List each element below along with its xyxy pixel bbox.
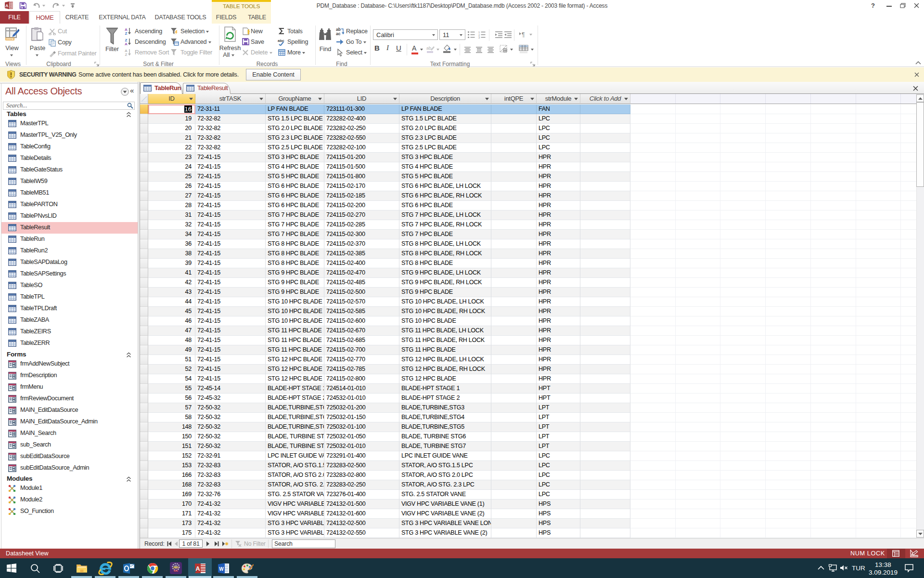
svg-text:ab: ab xyxy=(426,46,431,51)
svg-text:A: A xyxy=(125,42,128,45)
svg-text:A: A xyxy=(195,565,200,572)
svg-text:3: 3 xyxy=(478,36,480,39)
svg-text:W: W xyxy=(219,566,224,571)
svg-text:JWG: JWG xyxy=(173,566,179,569)
svg-text:ac: ac xyxy=(336,31,341,35)
svg-text:Z: Z xyxy=(125,31,128,35)
svg-text:¶: ¶ xyxy=(522,31,525,38)
svg-text:IDE: IDE xyxy=(174,569,179,572)
svg-text:Z: Z xyxy=(125,53,128,56)
